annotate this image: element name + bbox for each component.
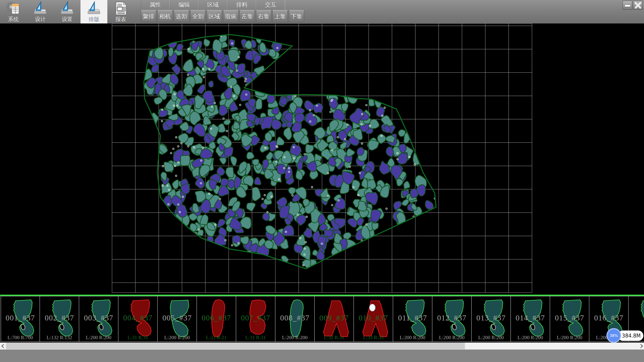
piece-shape xyxy=(238,297,273,339)
thumbnail-strip: 001_#37 L:700 R:700 002_#37 L:132 R:132 … xyxy=(1,296,644,343)
window-controls xyxy=(623,1,643,10)
app-window: 系统 设计 设置 排版 报表 属性编辑区域排料交互 聚排相机选割全割区域瑕疵左靠… xyxy=(0,0,644,362)
piece-shape xyxy=(356,297,391,339)
piece-thumbnail-012_#37[interactable]: 012_#37 L:200 R:200 xyxy=(432,296,472,342)
toolbar-app-label: 设计 xyxy=(35,16,46,23)
scrollbar-thumb[interactable] xyxy=(6,343,465,349)
tool-snap-right[interactable]: 右靠 xyxy=(256,10,271,22)
menu-interactive[interactable]: 交互 xyxy=(256,0,285,9)
piece-shape xyxy=(3,297,38,339)
piece-shape xyxy=(434,297,469,339)
minimize-button[interactable] xyxy=(623,1,632,10)
toolbar-app-label: 排版 xyxy=(89,16,99,23)
piece-hole xyxy=(370,304,375,311)
toolbar-app-label: 设置 xyxy=(62,16,72,23)
scroll-left-button[interactable] xyxy=(0,343,6,349)
toolbar-app-label: 报表 xyxy=(115,16,126,23)
piece-thumbnail-006_#37[interactable]: 006_#37 L:21 R:21 xyxy=(197,296,236,342)
menu-bar: 属性编辑区域排料交互 xyxy=(141,0,285,9)
piece-shape xyxy=(199,297,234,339)
tool-snap-top[interactable]: 上靠 xyxy=(272,10,288,22)
piece-thumbnail-007_#37[interactable]: 007_#37 L:31 R:31 xyxy=(236,296,275,342)
piece-shape xyxy=(513,297,548,339)
report-icon xyxy=(114,1,128,16)
menu-nesting[interactable]: 排料 xyxy=(227,0,256,9)
tool-snap-bottom[interactable]: 下靠 xyxy=(289,10,304,22)
tool-defect[interactable]: 瑕疵 xyxy=(223,10,238,22)
toolbar-app-design[interactable]: 设计 xyxy=(27,0,54,23)
piece-shape xyxy=(317,297,352,339)
minimize-icon xyxy=(625,5,630,7)
chevron-right-icon xyxy=(639,344,643,348)
piece-thumbnail-002_#37[interactable]: 002_#37 L:132 R:132 xyxy=(40,296,79,342)
piece-shape xyxy=(395,297,430,339)
status-bar xyxy=(0,349,644,362)
piece-shape xyxy=(42,297,77,339)
piece-shape xyxy=(277,297,312,339)
memory-percent-label: 38% xyxy=(610,334,618,338)
piece-shape xyxy=(552,297,587,339)
ruler-icon xyxy=(87,1,101,16)
tool-cluster-nest[interactable]: 聚排 xyxy=(141,10,156,22)
menu-edit[interactable]: 编辑 xyxy=(170,0,199,9)
tool-camera[interactable]: 相机 xyxy=(157,10,173,22)
scroll-right-button[interactable] xyxy=(638,343,644,349)
piece-thumbnail-014_#37[interactable]: 014_#37 L:200 R:200 xyxy=(511,296,550,342)
tool-select-cut[interactable]: 选割 xyxy=(174,10,189,22)
piece-shape xyxy=(120,297,155,339)
piece-thumbnail-009_#37[interactable]: 009_#37 L:32 R:31 xyxy=(315,296,354,342)
piece-thumbnail-003_#37[interactable]: 003_#37 L:200 R:200 xyxy=(79,296,118,342)
memory-usage-badge: 38% xyxy=(606,328,621,343)
menu-properties[interactable]: 属性 xyxy=(141,0,170,9)
ruler-icon xyxy=(33,1,47,16)
toolbar-app-layout[interactable]: 排版 xyxy=(80,0,107,23)
piece-shape xyxy=(160,297,195,339)
menu-region[interactable]: 区域 xyxy=(199,0,227,9)
tool-region[interactable]: 区域 xyxy=(207,10,222,22)
tool-button-row: 聚排相机选割全割区域瑕疵左靠右靠上靠下靠 xyxy=(141,10,304,22)
piece-thumbnail-011_#37[interactable]: 011_#37 L:200 R:200 xyxy=(393,296,432,342)
gear-icon xyxy=(6,1,20,16)
main-toolbar: 系统 设计 设置 排版 报表 属性编辑区域排料交互 聚排相机选割全割区域瑕疵左靠… xyxy=(0,0,644,24)
piece-thumbnail-005_#37[interactable]: 005_#37 L:200 R:200 xyxy=(158,296,197,342)
piece-thumbnail-001_#37[interactable]: 001_#37 L:700 R:700 xyxy=(1,296,40,342)
ruler-icon xyxy=(60,1,74,16)
toolbar-app-settings[interactable]: 设置 xyxy=(54,0,80,23)
close-button[interactable] xyxy=(633,1,643,10)
piece-shape xyxy=(81,297,116,339)
piece-thumbnail-004_#37[interactable]: 004_#37 L:31 R:31 xyxy=(118,296,158,342)
toolbar-app-label: 系统 xyxy=(8,16,19,23)
tool-cut-all[interactable]: 全割 xyxy=(190,10,206,22)
piece-thumbnail-008_#37[interactable]: 008_#37 L:200 R:200 xyxy=(275,296,315,342)
piece-shape xyxy=(474,297,508,339)
piece-thumbnail-015_#37[interactable]: 015_#37 L:200 R:200 xyxy=(550,296,589,342)
close-icon xyxy=(634,2,642,9)
toolbar-app-system[interactable]: 系统 xyxy=(0,0,27,23)
piece-thumbnail-010_#37[interactable]: 010_#37 L:33 R:33 xyxy=(354,296,393,342)
nesting-canvas[interactable] xyxy=(0,23,644,295)
app-mode-buttons: 系统 设计 设置 排版 报表 xyxy=(0,0,134,23)
chevron-left-icon xyxy=(1,344,6,348)
tool-snap-left[interactable]: 左靠 xyxy=(239,10,255,22)
toolbar-app-report[interactable]: 报表 xyxy=(107,0,134,23)
memory-amount-pill: 384.8M xyxy=(618,330,643,341)
memory-amount-label: 384.8M xyxy=(622,333,641,339)
horizontal-scrollbar[interactable] xyxy=(0,343,644,349)
piece-thumbnail-013_#37[interactable]: 013_#37 L:200 R:200 xyxy=(472,296,511,342)
